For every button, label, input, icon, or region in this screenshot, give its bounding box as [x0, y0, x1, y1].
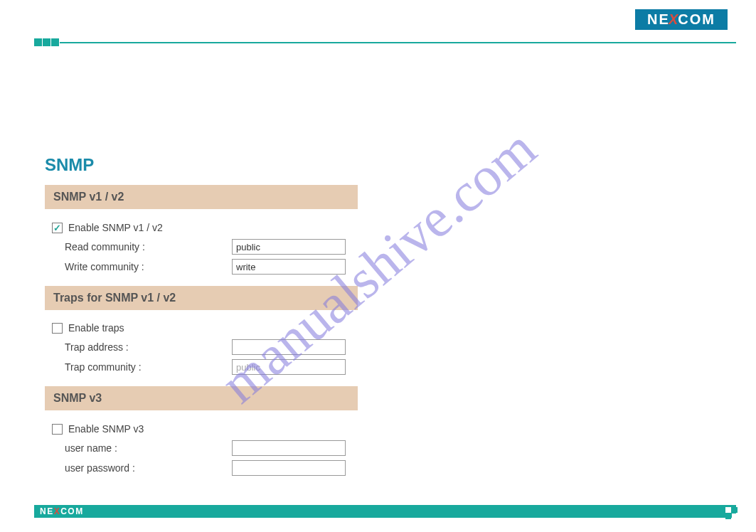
enable-snmp-v3-checkbox[interactable] [52, 424, 63, 435]
footer-brand-x: X [54, 506, 61, 516]
trap-address-input[interactable] [232, 339, 346, 355]
read-community-input[interactable] [232, 239, 346, 255]
password-input[interactable] [232, 460, 346, 476]
enable-traps-label: Enable traps [68, 322, 124, 334]
decor-square [732, 514, 738, 519]
section-header-traps: Traps for SNMP v1 / v2 [45, 286, 358, 310]
brand-text-1: NE [647, 11, 670, 28]
username-label: user name : [65, 442, 232, 454]
footer-logo: NEXCOM [40, 506, 84, 516]
section-header-snmp-v1v2: SNMP v1 / v2 [45, 185, 358, 209]
trap-community-label: Trap community : [65, 361, 232, 373]
footer-brand-2: COM [60, 506, 84, 516]
decor-square [732, 507, 738, 513]
header-divider [34, 38, 736, 46]
write-community-input[interactable] [232, 259, 346, 275]
username-input[interactable] [232, 440, 346, 456]
form-snmp-v3: Enable SNMP v3 user name : user password… [52, 423, 346, 480]
trap-community-input[interactable] [232, 359, 346, 375]
decor-square [725, 507, 731, 513]
write-community-label: Write community : [65, 261, 232, 272]
enable-snmp-v3-label: Enable SNMP v3 [68, 423, 144, 435]
trap-address-label: Trap address : [65, 341, 232, 353]
header-line [60, 42, 736, 43]
footer-bar: NEXCOM [34, 505, 736, 518]
enable-traps-checkbox[interactable] [52, 323, 63, 334]
decor-square [34, 38, 42, 46]
decor-square [725, 514, 731, 519]
footer-brand-1: NE [40, 506, 54, 516]
form-snmp-v1v2: Enable SNMP v1 / v2 Read community : Wri… [52, 222, 346, 279]
decor-square [43, 38, 50, 46]
brand-logo: NEXCOM [635, 9, 728, 30]
read-community-label: Read community : [65, 241, 232, 252]
enable-snmp-v1v2-label: Enable SNMP v1 / v2 [68, 222, 163, 233]
footer-decor [725, 507, 738, 519]
form-traps: Enable traps Trap address : Trap communi… [52, 322, 346, 379]
password-label: user password : [65, 462, 232, 474]
brand-text-2: COM [678, 11, 715, 28]
enable-snmp-v1v2-checkbox[interactable] [52, 223, 63, 233]
section-header-snmp-v3: SNMP v3 [45, 386, 358, 410]
decor-square [51, 38, 59, 46]
page-title: SNMP [45, 155, 94, 175]
